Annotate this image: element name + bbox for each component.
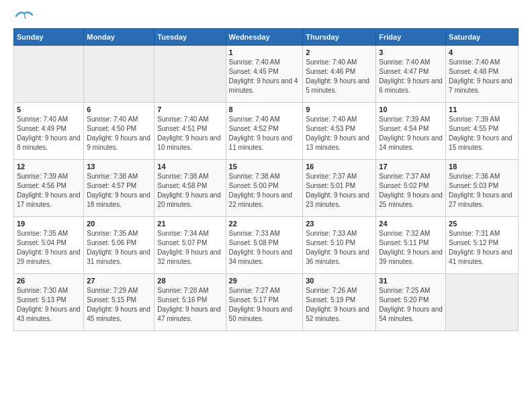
calendar-cell: 27Sunrise: 7:29 AM Sunset: 5:15 PM Dayli… [84, 274, 154, 331]
day-number: 15 [229, 163, 300, 171]
day-info: Sunrise: 7:34 AM Sunset: 5:07 PM Dayligh… [157, 229, 222, 267]
calendar-week-3: 12Sunrise: 7:39 AM Sunset: 4:56 PM Dayli… [14, 160, 519, 217]
day-info: Sunrise: 7:38 AM Sunset: 4:58 PM Dayligh… [157, 172, 222, 210]
calendar-cell: 19Sunrise: 7:35 AM Sunset: 5:04 PM Dayli… [14, 217, 84, 274]
calendar-cell: 21Sunrise: 7:34 AM Sunset: 5:07 PM Dayli… [154, 217, 226, 274]
day-info: Sunrise: 7:37 AM Sunset: 5:01 PM Dayligh… [306, 172, 373, 210]
calendar-cell: 14Sunrise: 7:38 AM Sunset: 4:58 PM Dayli… [154, 160, 226, 217]
day-info: Sunrise: 7:37 AM Sunset: 5:02 PM Dayligh… [379, 172, 443, 210]
calendar-cell: 18Sunrise: 7:36 AM Sunset: 5:03 PM Dayli… [446, 160, 519, 217]
calendar-cell: 31Sunrise: 7:25 AM Sunset: 5:20 PM Dayli… [376, 274, 446, 331]
calendar-cell: 5Sunrise: 7:40 AM Sunset: 4:49 PM Daylig… [14, 103, 84, 160]
calendar-cell: 8Sunrise: 7:40 AM Sunset: 4:52 PM Daylig… [226, 103, 303, 160]
calendar-cell: 24Sunrise: 7:32 AM Sunset: 5:11 PM Dayli… [376, 217, 446, 274]
calendar-body: 1Sunrise: 7:40 AM Sunset: 4:45 PM Daylig… [14, 46, 519, 331]
day-info: Sunrise: 7:40 AM Sunset: 4:47 PM Dayligh… [379, 58, 443, 95]
calendar-week-2: 5Sunrise: 7:40 AM Sunset: 4:49 PM Daylig… [14, 103, 519, 160]
day-info: Sunrise: 7:35 AM Sunset: 5:04 PM Dayligh… [17, 229, 81, 267]
calendar-cell: 12Sunrise: 7:39 AM Sunset: 4:56 PM Dayli… [14, 160, 84, 217]
day-number: 27 [87, 277, 151, 285]
day-number: 1 [229, 48, 300, 56]
day-number: 23 [306, 220, 373, 228]
day-number: 22 [229, 220, 300, 228]
day-info: Sunrise: 7:40 AM Sunset: 4:46 PM Dayligh… [306, 58, 373, 95]
calendar-cell: 10Sunrise: 7:39 AM Sunset: 4:54 PM Dayli… [376, 103, 446, 160]
day-info: Sunrise: 7:39 AM Sunset: 4:55 PM Dayligh… [449, 115, 515, 152]
calendar-cell: 20Sunrise: 7:35 AM Sunset: 5:06 PM Dayli… [84, 217, 154, 274]
calendar-week-4: 19Sunrise: 7:35 AM Sunset: 5:04 PM Dayli… [14, 217, 519, 274]
day-number: 10 [379, 105, 443, 113]
day-info: Sunrise: 7:40 AM Sunset: 4:50 PM Dayligh… [87, 115, 151, 152]
calendar-cell: 4Sunrise: 7:40 AM Sunset: 4:48 PM Daylig… [446, 46, 519, 103]
calendar-cell: 26Sunrise: 7:30 AM Sunset: 5:13 PM Dayli… [14, 274, 84, 331]
day-number: 6 [87, 105, 151, 113]
day-number: 21 [157, 220, 222, 228]
calendar-cell: 7Sunrise: 7:40 AM Sunset: 4:51 PM Daylig… [154, 103, 226, 160]
day-number: 24 [379, 220, 443, 228]
calendar-header-row: SundayMondayTuesdayWednesdayThursdayFrid… [14, 29, 519, 46]
calendar-cell: 6Sunrise: 7:40 AM Sunset: 4:50 PM Daylig… [84, 103, 154, 160]
day-number: 3 [379, 48, 443, 56]
calendar-cell: 15Sunrise: 7:38 AM Sunset: 5:00 PM Dayli… [226, 160, 303, 217]
day-info: Sunrise: 7:38 AM Sunset: 5:00 PM Dayligh… [229, 172, 300, 210]
day-number: 19 [17, 220, 81, 228]
day-info: Sunrise: 7:40 AM Sunset: 4:52 PM Dayligh… [229, 115, 300, 152]
calendar-cell [446, 274, 519, 331]
calendar-cell: 28Sunrise: 7:28 AM Sunset: 5:16 PM Dayli… [154, 274, 226, 331]
calendar-cell: 13Sunrise: 7:38 AM Sunset: 4:57 PM Dayli… [84, 160, 154, 217]
day-number: 14 [157, 163, 222, 171]
day-number: 28 [157, 277, 222, 285]
day-number: 16 [306, 163, 373, 171]
day-number: 11 [449, 105, 515, 113]
day-info: Sunrise: 7:26 AM Sunset: 5:19 PM Dayligh… [306, 286, 373, 324]
calendar-cell: 30Sunrise: 7:26 AM Sunset: 5:19 PM Dayli… [303, 274, 376, 331]
day-info: Sunrise: 7:39 AM Sunset: 4:56 PM Dayligh… [17, 172, 81, 210]
day-info: Sunrise: 7:36 AM Sunset: 5:03 PM Dayligh… [449, 172, 515, 210]
calendar-cell [14, 46, 84, 103]
calendar-cell: 23Sunrise: 7:33 AM Sunset: 5:10 PM Dayli… [303, 217, 376, 274]
day-info: Sunrise: 7:27 AM Sunset: 5:17 PM Dayligh… [229, 286, 300, 324]
calendar-cell: 25Sunrise: 7:31 AM Sunset: 5:12 PM Dayli… [446, 217, 519, 274]
day-number: 30 [306, 277, 373, 285]
page-header [13, 13, 519, 21]
logo-bird-icon [15, 9, 34, 21]
day-number: 8 [229, 105, 300, 113]
calendar-cell: 22Sunrise: 7:33 AM Sunset: 5:08 PM Dayli… [226, 217, 303, 274]
day-number: 2 [306, 48, 373, 56]
day-header-monday: Monday [84, 29, 154, 46]
day-info: Sunrise: 7:32 AM Sunset: 5:11 PM Dayligh… [379, 229, 443, 267]
day-header-friday: Friday [376, 29, 446, 46]
day-header-thursday: Thursday [303, 29, 376, 46]
day-number: 26 [17, 277, 81, 285]
day-number: 13 [87, 163, 151, 171]
calendar-table: SundayMondayTuesdayWednesdayThursdayFrid… [13, 28, 519, 331]
day-header-sunday: Sunday [14, 29, 84, 46]
day-number: 9 [306, 105, 373, 113]
day-info: Sunrise: 7:40 AM Sunset: 4:45 PM Dayligh… [229, 58, 300, 95]
calendar-cell: 11Sunrise: 7:39 AM Sunset: 4:55 PM Dayli… [446, 103, 519, 160]
day-info: Sunrise: 7:25 AM Sunset: 5:20 PM Dayligh… [379, 286, 443, 324]
calendar-cell: 2Sunrise: 7:40 AM Sunset: 4:46 PM Daylig… [303, 46, 376, 103]
calendar-cell [84, 46, 154, 103]
day-info: Sunrise: 7:38 AM Sunset: 4:57 PM Dayligh… [87, 172, 151, 210]
logo [13, 13, 34, 21]
day-header-tuesday: Tuesday [154, 29, 226, 46]
calendar-cell: 17Sunrise: 7:37 AM Sunset: 5:02 PM Dayli… [376, 160, 446, 217]
day-number: 31 [379, 277, 443, 285]
day-header-wednesday: Wednesday [226, 29, 303, 46]
calendar-cell: 1Sunrise: 7:40 AM Sunset: 4:45 PM Daylig… [226, 46, 303, 103]
day-info: Sunrise: 7:40 AM Sunset: 4:49 PM Dayligh… [17, 115, 81, 152]
day-info: Sunrise: 7:33 AM Sunset: 5:10 PM Dayligh… [306, 229, 373, 267]
calendar-week-1: 1Sunrise: 7:40 AM Sunset: 4:45 PM Daylig… [14, 46, 519, 103]
day-header-saturday: Saturday [446, 29, 519, 46]
calendar-cell: 3Sunrise: 7:40 AM Sunset: 4:47 PM Daylig… [376, 46, 446, 103]
day-number: 12 [17, 163, 81, 171]
calendar-cell: 29Sunrise: 7:27 AM Sunset: 5:17 PM Dayli… [226, 274, 303, 331]
day-number: 17 [379, 163, 443, 171]
day-info: Sunrise: 7:40 AM Sunset: 4:53 PM Dayligh… [306, 115, 373, 152]
day-info: Sunrise: 7:33 AM Sunset: 5:08 PM Dayligh… [229, 229, 300, 267]
day-info: Sunrise: 7:40 AM Sunset: 4:51 PM Dayligh… [157, 115, 222, 152]
calendar-week-5: 26Sunrise: 7:30 AM Sunset: 5:13 PM Dayli… [14, 274, 519, 331]
calendar-cell [154, 46, 226, 103]
day-number: 5 [17, 105, 81, 113]
